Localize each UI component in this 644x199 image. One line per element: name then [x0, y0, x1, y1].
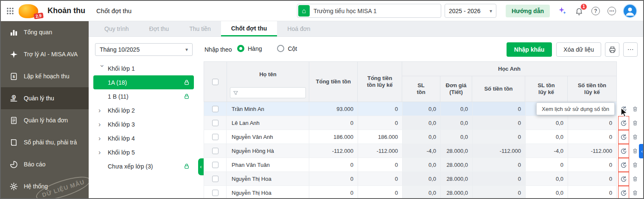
- history-icon[interactable]: [618, 158, 629, 172]
- tab-2[interactable]: Thu tiền: [179, 21, 221, 36]
- history-icon[interactable]: [618, 186, 629, 199]
- value-cell: 93.000: [309, 102, 358, 116]
- trash-icon[interactable]: [632, 120, 638, 126]
- trash-icon[interactable]: [632, 176, 638, 182]
- row-select-cell[interactable]: [204, 130, 227, 144]
- history-icon[interactable]: [618, 130, 629, 144]
- tree-node-4[interactable]: ›Khối lớp 3: [93, 117, 194, 131]
- row-checkbox[interactable]: [212, 106, 218, 112]
- history-icon[interactable]: [618, 144, 629, 158]
- table-row[interactable]: Nguyễn Thị Hòa000,028.000,000,00: [204, 186, 617, 199]
- value-cell: 0,0: [526, 130, 568, 144]
- school-year-select[interactable]: 2025 - 2026 ▾: [445, 4, 496, 18]
- tree-node-7[interactable]: Chưa xếp lớp (3): [93, 159, 194, 173]
- chevron-right-icon[interactable]: ›: [98, 135, 106, 142]
- chevron-right-icon[interactable]: ›: [98, 121, 106, 128]
- table-row[interactable]: Lê Lan Anh000,00,000,00: [204, 116, 617, 130]
- history-icon[interactable]: [618, 172, 629, 186]
- value-cell: 0,0: [403, 186, 441, 199]
- col-total[interactable]: Tổng tiền tồn: [309, 62, 358, 102]
- table-more-button[interactable]: ⋯: [623, 42, 638, 57]
- sidebar-item-4[interactable]: Quản lý hóa đơn: [1, 109, 89, 131]
- radio-row-circle[interactable]: [237, 45, 244, 52]
- row-select-cell[interactable]: [204, 172, 227, 185]
- chevron-right-icon[interactable]: ›: [98, 107, 106, 114]
- col-sl-ton-luy-ke[interactable]: SL tồn lũy kế: [525, 76, 568, 102]
- row-select-cell[interactable]: [204, 186, 227, 199]
- radio-column-circle[interactable]: [277, 45, 284, 52]
- col-sl-ton[interactable]: SL tồn: [402, 76, 440, 102]
- tab-3[interactable]: Chốt đợt thu: [221, 21, 277, 36]
- row-select-cell[interactable]: [204, 102, 227, 116]
- row-checkbox[interactable]: [212, 148, 218, 154]
- trash-icon[interactable]: [632, 134, 638, 140]
- row-select-cell[interactable]: [204, 158, 227, 171]
- table-row[interactable]: Nguyễn Thị Hoa000,028.000,000,00: [204, 172, 617, 186]
- chevron-right-icon[interactable]: ›: [98, 149, 106, 156]
- name-filter-input[interactable]: [230, 87, 306, 98]
- row-select-cell[interactable]: [204, 144, 227, 158]
- home-icon[interactable]: ⌂: [298, 5, 310, 17]
- col-total-cum[interactable]: Tổng tiền tồn lũy kế: [358, 62, 402, 102]
- expand-panel-handle[interactable]: ‹: [639, 144, 644, 158]
- import-button[interactable]: Nhập khẩu: [507, 42, 552, 57]
- select-all-checkbox[interactable]: [212, 79, 218, 85]
- sub-columns: SL tồn Đơn giá (Tiết) Số tiền tồn SL tồn…: [402, 76, 616, 102]
- tree-node-3[interactable]: ›Khối lớp 2: [93, 103, 194, 117]
- sidebar-item-label: Quản lý hóa đơn: [24, 117, 68, 124]
- print-button[interactable]: [605, 42, 619, 57]
- sidebar-item-1[interactable]: Trợ lý AI - MISA AVA: [1, 43, 89, 65]
- more-options-icon[interactable]: ⋯: [608, 7, 616, 15]
- svg-text:$: $: [13, 95, 14, 99]
- ai-sparkle-icon[interactable]: [557, 6, 567, 16]
- history-icon[interactable]: [618, 116, 629, 130]
- sidebar-item-0[interactable]: Tổng quan: [1, 21, 89, 43]
- col-don-gia[interactable]: Đơn giá (Tiết): [440, 76, 472, 102]
- tab-1[interactable]: Đợt thu: [139, 21, 179, 36]
- sidebar-item-5[interactable]: Sổ phải thu, phải trả: [1, 131, 89, 153]
- radio-column[interactable]: Cột: [277, 45, 297, 52]
- table-row[interactable]: Nguyễn Vân Anh186.000186.0000,00,000,00: [204, 130, 617, 144]
- trash-icon[interactable]: [632, 162, 638, 168]
- tree-node-5[interactable]: ›Khối lớp 4: [93, 131, 194, 145]
- delete-data-button[interactable]: Xóa dữ liệu: [556, 42, 601, 57]
- chevron-down-icon[interactable]: ›: [98, 65, 106, 72]
- app-grid-icon[interactable]: [6, 7, 14, 15]
- trash-icon[interactable]: [632, 106, 638, 112]
- tree-node-2[interactable]: 1 B (11): [93, 89, 194, 103]
- app-window: 2.9 Khoản thu Chốt đợt thu ⌂ Trường tiểu…: [0, 0, 644, 199]
- sidebar-item-3[interactable]: $Quản lý thu: [1, 87, 89, 109]
- row-checkbox[interactable]: [212, 176, 218, 182]
- student-name-cell: Phan Văn Tuân: [227, 158, 309, 171]
- notification-bell-icon[interactable]: 1: [574, 6, 584, 16]
- tree-node-6[interactable]: ›Khối lớp 5: [93, 145, 194, 159]
- trash-icon[interactable]: [632, 148, 638, 154]
- trash-icon[interactable]: [632, 190, 638, 196]
- tree-node-1[interactable]: 1A (18): [93, 75, 194, 89]
- row-checkbox[interactable]: [212, 162, 218, 168]
- value-cell: -112.000: [473, 144, 526, 158]
- table-row[interactable]: Phan Văn Tuân000,028.000,0000: [204, 158, 617, 172]
- user-avatar[interactable]: [623, 4, 637, 18]
- month-select[interactable]: Tháng 10/2025 ▾: [95, 43, 193, 56]
- guide-button[interactable]: Hướng dẫn: [506, 5, 550, 17]
- col-so-tien-ton-luy-ke[interactable]: Số tiền tồn lũy kế: [568, 76, 616, 102]
- col-so-tien-ton[interactable]: Số tiền tồn: [472, 76, 525, 102]
- tree-node-0[interactable]: ›Khối lớp 1: [93, 61, 194, 75]
- row-checkbox[interactable]: [212, 120, 218, 126]
- row-checkbox[interactable]: [212, 134, 218, 140]
- col-name[interactable]: Họ tên: [227, 62, 309, 102]
- tab-4[interactable]: Hoá đơn: [277, 21, 320, 36]
- collapse-tree-handle[interactable]: ‹: [198, 158, 204, 175]
- sidebar-item-6[interactable]: Báo cáo: [1, 153, 89, 175]
- sidebar-menu: Tổng quanTrợ lý AI - MISA AVA$Lập kế hoạ…: [1, 21, 89, 197]
- table-row[interactable]: Nguyễn Hồng Hà-112.000-112.000-4,028.000…: [204, 144, 617, 158]
- school-search[interactable]: ⌂ Trường tiểu học MISA 1: [297, 4, 441, 18]
- help-icon[interactable]: ?: [591, 7, 600, 15]
- select-all-cell[interactable]: [204, 62, 227, 102]
- row-select-cell[interactable]: [204, 116, 227, 130]
- radio-row[interactable]: Hàng: [237, 45, 262, 52]
- tab-0[interactable]: Quy trình: [94, 21, 139, 36]
- row-checkbox[interactable]: [212, 190, 218, 196]
- sidebar-item-2[interactable]: $Lập kế hoạch thu: [1, 65, 89, 87]
